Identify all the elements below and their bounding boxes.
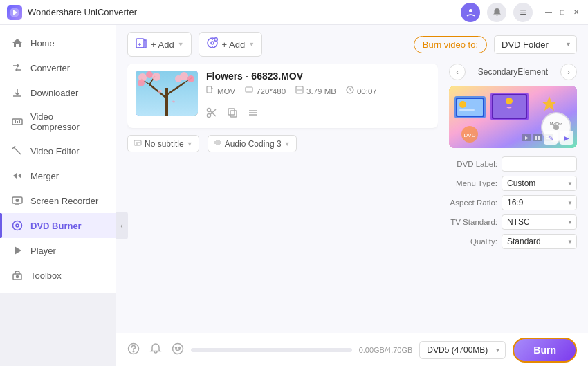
home-icon [11,37,24,49]
tv-standard-row: TV Standard: NTSC PAL [449,214,577,230]
subtitle-dropdown[interactable]: No subtitle ▼ [127,135,199,152]
add-files-label: + Add [151,39,174,50]
sidebar-item-dvd-label: DVD Burner [30,221,82,231]
sidebar-item-converter[interactable]: Converter [0,55,116,80]
sidebar-item-player[interactable]: Player [0,238,116,263]
prev-template-button[interactable]: ‹ [449,64,466,80]
svg-point-14 [16,224,19,227]
burn-button[interactable]: Burn [513,338,577,363]
svg-line-8 [14,147,21,154]
sidebar-item-home-label: Home [30,38,55,48]
sidebar-item-toolbox[interactable]: Toolbox [0,263,116,288]
menu-type-select[interactable]: Custom None Standard [502,176,577,191]
preview-play-button[interactable]: ▶ [560,131,573,145]
maximize-button[interactable]: □ [558,8,567,17]
file-thumb-image [136,71,198,116]
template-label: SecondaryElement [478,67,548,77]
preview-thumb-inner: My Disc DVD [449,86,577,148]
copy-icon[interactable] [227,107,238,121]
help-icon[interactable] [127,342,140,358]
panel-nav: ‹ SecondaryElement › [449,64,577,80]
subtitle-label: No subtitle [145,139,184,149]
file-resolution: 720*480 [245,86,286,96]
tv-standard-label: TV Standard: [449,218,497,226]
user-icon[interactable] [461,3,480,22]
file-meta: MOV 720*480 [206,86,430,96]
svg-point-2 [469,9,472,12]
burn-to-select[interactable]: DVD Folder DVD Disc ISO File [494,35,577,54]
cut-icon[interactable] [206,107,217,121]
svg-marker-15 [15,246,21,255]
sidebar-item-video-compressor[interactable]: Video Compressor [0,105,116,138]
svg-text:DVD: DVD [464,132,476,138]
add-disc-label: + Add [222,39,246,50]
menu-icon[interactable]: ≡ [513,3,533,22]
add-files-dropdown-icon: ▼ [178,41,184,48]
notification-bottom-icon[interactable] [149,342,162,358]
svg-rect-7 [19,120,20,123]
progress-bar [191,348,352,352]
sidebar: Home Converter Downloader Video Compress… [0,25,116,293]
sidebar-wrapper: Home Converter Downloader Video Compress… [0,25,116,366]
sidebar-item-dvd-burner[interactable]: DVD Burner ‹ [0,213,116,238]
disc-size-select[interactable]: DVD5 (4700MB) DVD9 (8540MB) [419,341,506,359]
quality-label: Quality: [449,237,497,246]
sidebar-item-downloader[interactable]: Downloader [0,80,116,105]
svg-rect-92 [538,136,540,140]
downloader-icon [11,86,24,99]
file-resolution-value: 720*480 [256,87,286,95]
notification-icon[interactable] [487,3,506,22]
video-compressor-icon [11,116,24,128]
menu-more-icon[interactable] [248,107,259,121]
audio-dropdown[interactable]: Audio Coding 3 ▼ [208,135,297,152]
sidebar-item-video-editor[interactable]: Video Editor [0,138,116,163]
svg-point-37 [146,71,153,78]
next-template-button[interactable]: › [560,64,577,80]
main-layout: Home Converter Downloader Video Compress… [0,25,588,366]
svg-text:My Disc: My Disc [550,122,562,126]
resolution-icon [245,86,253,96]
svg-point-99 [179,347,181,348]
toolbar: + Add ▼ + Add ▼ [116,25,588,64]
add-disc-button[interactable]: + Add ▼ [199,32,263,57]
close-button[interactable]: ✕ [571,8,581,17]
add-files-icon [135,37,147,52]
file-controls: No subtitle ▼ [127,135,438,152]
svg-rect-74 [459,109,475,111]
file-duration-value: 00:07 [357,87,377,95]
svg-point-97 [173,343,183,354]
sidebar-item-merger[interactable]: Merger [0,163,116,188]
preview-edit-button[interactable]: ✎ [544,131,558,145]
file-size: 3.79 MB [295,86,336,96]
aspect-ratio-row: Aspect Ratio: 16:9 4:3 [449,195,577,210]
format-icon [206,86,214,96]
sidebar-item-home[interactable]: Home [0,30,116,55]
content-area: + Add ▼ + Add ▼ [116,25,588,366]
duration-icon [346,86,354,96]
add-files-button[interactable]: + Add ▼ [127,32,192,57]
quality-select-wrap: Standard High Low [502,234,577,249]
audio-dropdown-arrow: ▼ [284,140,291,147]
svg-rect-46 [246,87,252,92]
quality-select[interactable]: Standard High Low [502,234,577,249]
file-format: MOV [206,86,235,96]
sidebar-collapse-button[interactable]: ‹ [116,212,128,239]
sidebar-item-screen-recorder[interactable]: Screen Recorder [0,188,116,213]
svg-point-73 [459,101,466,108]
window-controls: — □ ✕ [544,8,581,17]
audio-icon [214,138,222,149]
feedback-icon[interactable] [172,342,184,358]
svg-point-13 [13,221,22,230]
svg-point-53 [208,109,211,112]
dvd-label-label: DVD Label: [449,160,497,168]
dvd-label-input[interactable] [502,156,577,172]
aspect-ratio-select[interactable]: 16:9 4:3 [502,195,577,210]
file-size-value: 3.79 MB [306,87,336,95]
tv-standard-select[interactable]: NTSC PAL [502,214,577,230]
add-disc-icon [206,37,219,52]
minimize-button[interactable]: — [544,8,553,17]
file-name: Flowers - 66823.MOV [206,71,430,82]
merger-icon [11,170,24,182]
file-format-value: MOV [217,87,235,95]
app-title: Wondershare UniConverter [28,7,455,17]
